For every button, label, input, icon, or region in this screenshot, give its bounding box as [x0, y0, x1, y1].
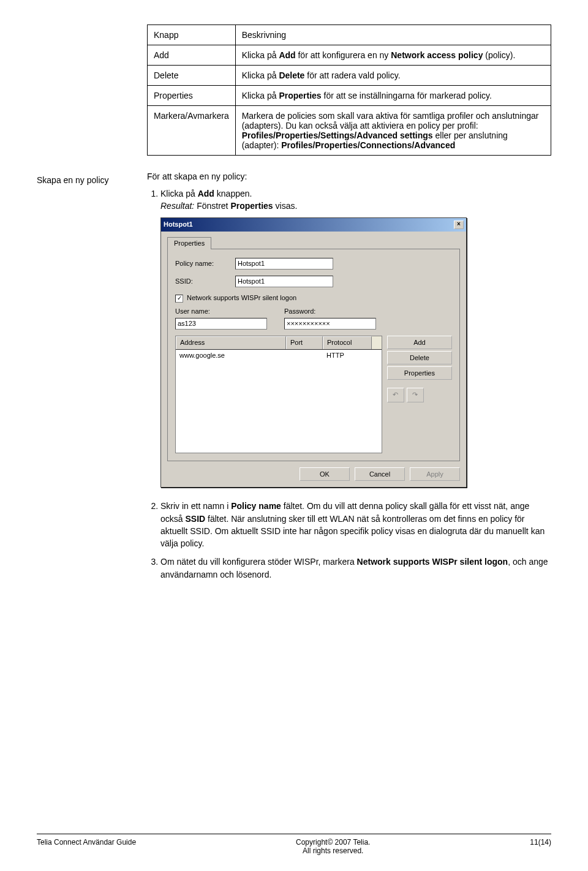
cell-add: Add: [148, 45, 236, 66]
col-protocol[interactable]: Protocol: [323, 336, 372, 349]
cell-delete-desc: Klicka på Delete för att radera vald pol…: [235, 66, 551, 86]
col-port[interactable]: Port: [286, 336, 323, 349]
section-heading: Skapa en ny policy: [37, 175, 135, 185]
username-input[interactable]: as123: [175, 318, 267, 330]
th-beskrivning: Beskrivning: [235, 25, 551, 45]
password-input[interactable]: ×××××××××××: [284, 318, 376, 330]
properties-button[interactable]: Properties: [387, 366, 452, 380]
address-list[interactable]: Address Port Protocol www.google.se: [175, 336, 382, 453]
cell-properties: Properties: [148, 86, 236, 106]
step-1: Klicka på Add knappen. Resultat: Fönstre…: [160, 187, 551, 488]
apply-button[interactable]: Apply: [410, 467, 460, 481]
tab-properties[interactable]: Properties: [167, 237, 211, 250]
button-description-table: Knapp Beskrivning Add Klicka på Add för …: [147, 25, 551, 156]
ok-button[interactable]: OK: [300, 467, 350, 481]
cell-properties-desc: Klicka på Properties för att se inställn…: [235, 86, 551, 106]
step-2: Skriv in ett namn i Policy name fältet. …: [160, 500, 551, 549]
footer-copyright: Copyright© 2007 Telia.: [296, 838, 370, 846]
page-footer: Telia Connect Användar Guide Copyright© …: [37, 834, 551, 855]
policy-name-input[interactable]: Hotspot1: [235, 258, 333, 270]
footer-page-number: 11(14): [530, 838, 551, 855]
properties-dialog: Hotspot1 × Properties Policy name: Hotsp…: [160, 217, 467, 488]
footer-rights: All rights reserved.: [303, 846, 363, 855]
dialog-titlebar: Hotspot1 ×: [161, 218, 466, 232]
cell-delete: Delete: [148, 66, 236, 86]
cell-add-desc: Klicka på Add för att konfigurera en ny …: [235, 45, 551, 66]
delete-button[interactable]: Delete: [387, 351, 452, 364]
add-button[interactable]: Add: [387, 336, 452, 349]
label-password: Password:: [284, 307, 376, 317]
label-ssid: SSID:: [175, 277, 230, 287]
wispr-checkbox-label: Network supports WISPr silent logon: [187, 293, 296, 303]
cell-markera-desc: Markera de policies som skall vara aktiv…: [235, 106, 551, 156]
step-3: Om nätet du vill konfigurera stöder WISP…: [160, 556, 551, 581]
list-row[interactable]: www.google.se HTTP: [176, 350, 382, 362]
col-address[interactable]: Address: [176, 336, 286, 349]
footer-left: Telia Connect Användar Guide: [37, 838, 136, 855]
intro-text: För att skapa en ny policy:: [147, 172, 551, 181]
cancel-button[interactable]: Cancel: [355, 467, 405, 481]
label-username: User name:: [175, 307, 267, 317]
th-knapp: Knapp: [148, 25, 236, 45]
close-icon[interactable]: ×: [454, 221, 464, 229]
cell-markera: Markera/Avmarkera: [148, 106, 236, 156]
redo-icon[interactable]: ↷: [407, 388, 424, 402]
undo-icon[interactable]: ↶: [387, 388, 404, 402]
wispr-checkbox[interactable]: ✓: [175, 295, 183, 303]
label-policy-name: Policy name:: [175, 259, 230, 269]
dialog-title: Hotspot1: [164, 220, 193, 230]
ssid-input[interactable]: Hotspot1: [235, 276, 333, 287]
